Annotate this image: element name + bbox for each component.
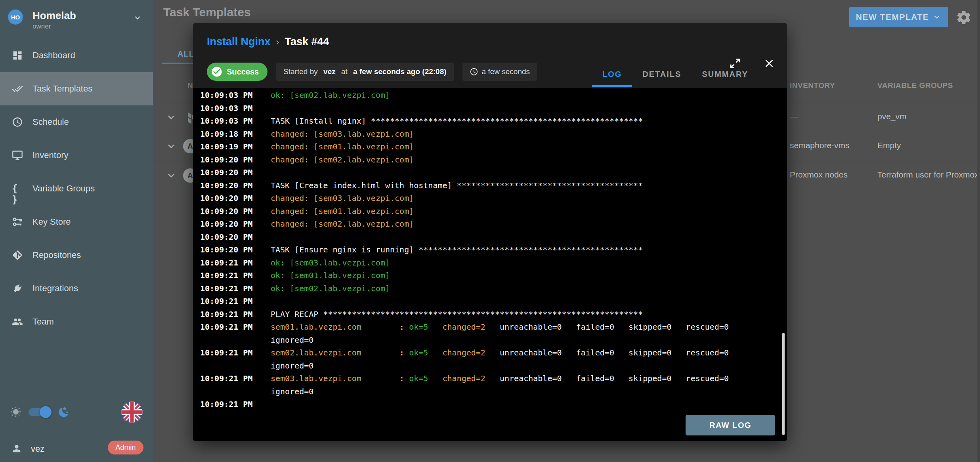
log-content: changed: [sem02.lab.vezpi.com] [271, 218, 414, 231]
log-line: 10:09:20 PM [200, 231, 777, 244]
task-log-modal: Install Nginx › Task #44 Success Started… [193, 23, 787, 441]
sidebar-item-schedule[interactable]: Schedule [0, 105, 153, 139]
theme-toggle-knob[interactable] [40, 406, 52, 418]
breadcrumb: Install Nginx › Task #44 [207, 36, 329, 48]
log-line: 10:09:21 PMPLAY RECAP ******************… [200, 308, 777, 321]
page-scrollbar[interactable] [977, 0, 980, 462]
log-line: 10:09:21 PMok: [sem02.lab.vezpi.com] [200, 282, 777, 295]
log-timestamp: 10:09:18 PM [200, 128, 271, 141]
log-line: 10:09:20 PMchanged: [sem01.lab.vezpi.com… [200, 205, 777, 218]
cell-inventory: semaphore-vms [790, 141, 850, 150]
log-content [271, 102, 275, 115]
cell-variable-groups: Terraform user for Proxmox [877, 170, 979, 179]
row-expand-chevron-icon[interactable] [165, 111, 178, 124]
log-line: 10:09:20 PMchanged: [sem03.lab.vezpi.com… [200, 192, 777, 205]
sidebar-item-integrations[interactable]: Integrations [0, 272, 153, 305]
log-timestamp: 10:09:21 PM [200, 282, 271, 295]
log-timestamp: 10:09:20 PM [200, 205, 271, 218]
log-line: 10:09:20 PMTASK [Create index.html with … [200, 179, 777, 192]
log-timestamp: 10:09:20 PM [200, 218, 271, 231]
sidebar-item-label: Repositories [32, 250, 81, 260]
sidebar-item-inventory[interactable]: Inventory [0, 139, 153, 172]
row-expand-chevron-icon[interactable] [165, 169, 178, 182]
sidebar-item-task-templates[interactable]: Task Templates [0, 72, 153, 105]
log-timestamp: 10:09:03 PM [200, 115, 271, 128]
workspace-switcher[interactable]: HO Homelab owner [0, 0, 153, 38]
log-content: TASK [Ensure nginx is running] *********… [271, 243, 643, 256]
column-header-variable-groups: VARIABLE GROUPS [877, 81, 953, 90]
dashboard-icon [12, 50, 23, 61]
log-timestamp [200, 359, 271, 372]
cell-variable-groups: pve_vm [877, 112, 907, 121]
log-timestamp: 10:09:21 PM [200, 269, 271, 282]
sidebar-item-variable-groups[interactable]: { }Variable Groups [0, 172, 153, 205]
semaphore-app: HO Homelab owner DashboardTask Templates… [0, 0, 980, 462]
log-scrollbar[interactable] [782, 333, 785, 435]
raw-log-button[interactable]: RAW LOG [686, 415, 775, 435]
sidebar-item-dashboard[interactable]: Dashboard [0, 39, 153, 72]
sun-icon [10, 407, 21, 418]
sidebar-item-repositories[interactable]: Repositories [0, 239, 153, 272]
tab-details[interactable]: DETAILS [632, 61, 692, 87]
cell-inventory: Proxmox nodes [790, 170, 848, 179]
workspace-avatar: HO [8, 10, 23, 25]
log-content [271, 231, 275, 244]
clock-icon [12, 116, 23, 128]
log-content: TASK [Create index.html with hostname] *… [271, 179, 643, 192]
double-check-icon [12, 83, 23, 94]
page-title: Task Templates [163, 6, 251, 19]
started-chip-text: vez [323, 67, 336, 76]
sidebar-item-label: Task Templates [32, 84, 92, 94]
sidebar-item-key-store[interactable]: Key Store [0, 205, 153, 239]
admin-badge: Admin [108, 441, 143, 454]
plug-icon [12, 283, 23, 294]
log-content [271, 295, 275, 308]
new-template-button[interactable]: NEW TEMPLATE [849, 7, 948, 27]
sidebar-item-label: Schedule [32, 117, 69, 127]
workspace-role: owner [32, 23, 145, 31]
sidebar-nav: DashboardTask TemplatesScheduleInventory… [0, 39, 153, 338]
log-line: 10:09:21 PMok: [sem01.lab.vezpi.com] [200, 269, 777, 282]
log-timestamp: 10:09:21 PM [200, 308, 271, 321]
sidebar-item-team[interactable]: Team [0, 305, 153, 338]
log-line: ignored=0 [200, 359, 777, 372]
log-timestamp: 10:09:19 PM [200, 140, 271, 153]
workspace-name: Homelab [32, 10, 145, 21]
log-line: 10:09:21 PMsem03.lab.vezpi.com : ok=5 ch… [200, 372, 777, 385]
close-icon[interactable] [763, 57, 776, 70]
log-timestamp: 10:09:21 PM [200, 295, 271, 308]
breadcrumb-template-link[interactable]: Install Nginx [207, 36, 271, 48]
sidebar: HO Homelab owner DashboardTask Templates… [0, 0, 153, 462]
log-content [271, 166, 275, 179]
log-timestamp: 10:09:21 PM [200, 398, 271, 411]
people-icon [12, 316, 23, 327]
git-icon [12, 250, 23, 261]
log-line: 10:09:21 PMok: [sem03.lab.vezpi.com] [200, 256, 777, 269]
cell-variable-groups: Empty [877, 141, 901, 150]
filter-tab-label: ALL [178, 50, 194, 59]
log-content: changed: [sem01.lab.vezpi.com] [271, 205, 414, 218]
user-row[interactable]: vez Admin [0, 437, 153, 460]
tab-log[interactable]: LOG [592, 61, 632, 87]
modal-tabs: LOGDETAILSSUMMARY [592, 61, 758, 87]
log-content: PLAY RECAP *****************************… [271, 308, 643, 321]
log-timestamp: 10:09:20 PM [200, 179, 271, 192]
log-line: 10:09:20 PMchanged: [sem02.lab.vezpi.com… [200, 153, 777, 166]
gear-icon[interactable] [956, 10, 972, 25]
row-expand-chevron-icon[interactable] [165, 140, 178, 153]
language-flag-uk[interactable] [121, 401, 143, 423]
monitor-icon [12, 150, 23, 161]
log-timestamp: 10:09:20 PM [200, 243, 271, 256]
sidebar-item-label: Key Store [32, 217, 71, 227]
log-timestamp: 10:09:20 PM [200, 192, 271, 205]
tab-summary[interactable]: SUMMARY [692, 61, 758, 87]
clock-icon [470, 67, 478, 76]
log-content: changed: [sem03.lab.vezpi.com] [271, 192, 414, 205]
log-timestamp: 10:09:20 PM [200, 231, 271, 244]
theme-toggle[interactable] [29, 408, 51, 416]
sidebar-item-label: Team [32, 317, 54, 327]
log-timestamp: 10:09:21 PM [200, 346, 271, 359]
log-line: ignored=0 [200, 385, 777, 398]
log-line: 10:09:21 PMsem01.lab.vezpi.com : ok=5 ch… [200, 321, 777, 334]
log-content: sem02.lab.vezpi.com : ok=5 changed=2 unr… [271, 346, 729, 359]
